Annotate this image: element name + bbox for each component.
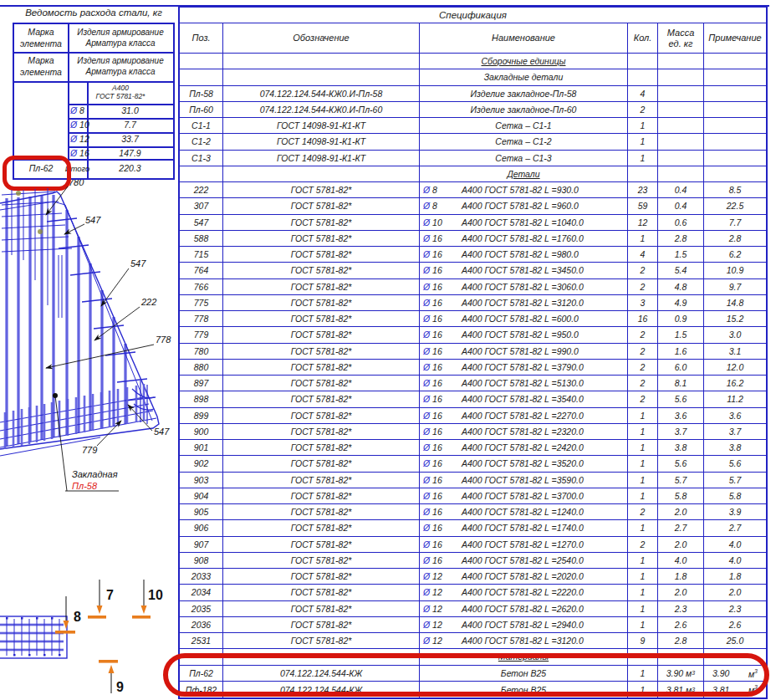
col-header-note: Примечание [704,23,766,53]
cell-note [704,54,766,69]
cell-name: Ø 16А400 ГОСТ 5781-82 L =3120.0 [420,295,628,310]
section-marker-9: 9 [99,660,124,694]
col-header-name: Наименование [420,23,628,53]
cell-note: 4.0 [704,537,766,552]
spec-item-row: 901ГОСТ 5781-82*Ø 16А400 ГОСТ 5781-82 L … [180,440,766,456]
cell-qty: 2 [628,327,658,342]
mesh-plan [0,616,67,658]
cell-pos [180,166,223,181]
cell-note: 3.8 [704,440,766,455]
cell-pos: 715 [180,247,223,262]
cell-name: Ø 12А400 ГОСТ 5781-82 L =3120.0 [420,633,628,648]
cell-pos: 905 [180,504,223,519]
section-marker-10: 10 [132,580,163,619]
diameter-icon: Ø [423,217,430,227]
spec-item-row: 779ГОСТ 5781-82*Ø 16А400 ГОСТ 5781-82 L … [180,327,766,343]
cell-mass: 2.3 [658,601,704,616]
cell-name: Ø 16А400 ГОСТ 5781-82 L =3520.0 [420,456,628,471]
cell-note: 5.7 [704,473,766,488]
cell-designation: ГОСТ 5781-82* [223,295,420,310]
diameter-icon: Ø [423,394,430,404]
cell-mass: 0.4 [658,198,704,213]
cell-qty: 2 [628,279,658,294]
spec-title: Спецификация [180,8,766,23]
spec-item-row: 899ГОСТ 5781-82*Ø 16А400 ГОСТ 5781-82 L … [180,408,766,424]
diameter-icon: Ø [423,411,430,421]
cell-note [704,69,766,84]
cell-qty: 2 [628,344,658,359]
cell-note: 16.2 [704,376,766,391]
cell-qty: 1 [628,151,658,166]
cell-qty: 16 [628,311,658,326]
cell-designation: ГОСТ 5781-82* [223,520,420,535]
diameter-icon: Ø [423,298,430,308]
cell-pos: 899 [180,408,223,423]
cell-mass: 4.0 [658,553,704,568]
cell-name: Ø 16А400 ГОСТ 5781-82 L =3540.0 [420,391,628,406]
cell-pos: 908 [180,553,223,568]
cell-designation [223,54,420,69]
cell-pos: 547 [180,215,223,230]
cell-note [704,134,766,149]
cell-mass: 3.8 [658,440,704,455]
cell-name: Ø 16А400 ГОСТ 5781-82 L =2270.0 [420,408,628,423]
cell-note: 25.0 [704,633,766,648]
cell-mass: 2.0 [658,537,704,552]
cell-note [704,86,766,101]
spec-item-row: 880ГОСТ 5781-82*Ø 16А400 ГОСТ 5781-82 L … [180,360,766,376]
cell-pos: 2035 [180,601,223,616]
spec-item-row: 902ГОСТ 5781-82*Ø 16А400 ГОСТ 5781-82 L … [180,456,766,472]
cell-designation: ГОСТ 5781-82* [223,215,420,230]
spec-item-row: 903ГОСТ 5781-82*Ø 16А400 ГОСТ 5781-82 L … [180,473,766,488]
drawing-sheet: Ведомость расхода стали, кг Маркаэлемент… [0,0,781,700]
cell-name: Сборочные единицы [420,54,628,69]
cell-designation: ГОСТ 5781-82* [223,488,420,503]
spec-section-row: Сборочные единицы [180,54,766,69]
cell-name: Сетка – С1-1 [420,118,628,133]
cell-pos: 903 [180,473,223,488]
cell-qty: 1 [628,456,658,471]
cell-designation: ГОСТ 14098-91-К1-КТ [223,134,420,149]
cell-mass [658,69,704,84]
cell-pos: 907 [180,537,223,552]
cell-pos: 764 [180,263,223,278]
cell-mass: 5.6 [658,391,704,406]
cell-pos: С1-1 [180,118,223,133]
cell-designation: ГОСТ 5781-82* [223,537,420,552]
cell-designation: ГОСТ 5781-82* [223,311,420,326]
diameter-icon: Ø [423,604,430,614]
cell-qty: 1 [628,569,658,584]
cell-qty [628,69,658,84]
embed-plate-label: Закладная [72,469,118,479]
cell-note: 7.7 [704,215,766,230]
section-marker-7: 7 [88,580,114,619]
svg-text:7: 7 [106,588,114,602]
steel-total-value: 220.3 [87,159,173,178]
spec-item-row: 766ГОСТ 5781-82*Ø 16А400 ГОСТ 5781-82 L … [180,279,766,295]
cell-qty: 1 [628,553,658,568]
cell-pos: 902 [180,456,223,471]
spec-section-row: Детали [180,166,766,182]
cell-name: Ø 12А400 ГОСТ 5781-82 L =2220.0 [420,585,628,600]
cell-note: 9.7 [704,279,766,294]
cell-qty: 12 [628,215,658,230]
diameter-icon: Ø [423,587,430,597]
steel-mass-cell: 31.0 [87,104,173,118]
spec-item-row: 908ГОСТ 5781-82*Ø 16А400 ГОСТ 5781-82 L … [180,553,766,569]
spec-item-row: 897ГОСТ 5781-82*Ø 16А400 ГОСТ 5781-82 L … [180,376,766,391]
bar-label-547-b: 547 [130,258,146,268]
cell-mass: 1.8 [658,569,704,584]
cell-pos: 898 [180,391,223,406]
weld-mark [16,191,21,196]
cell-name: Ø 16А400 ГОСТ 5781-82 L =3450.0 [420,263,628,278]
cell-mass: 5.8 [658,488,704,503]
cell-pos: 897 [180,376,223,391]
cell-qty: 1 [628,408,658,423]
cell-mass: 2.8 [658,633,704,648]
steel-mass-cell: 33.7 [87,132,173,146]
cell-designation: ГОСТ 5781-82* [223,617,420,632]
steel-header-items-2: Изделия армированиеАрматура класса [68,52,173,81]
spec-item-row: С1-1ГОСТ 14098-91-К1-КТСетка – С1-11 [180,118,766,134]
diameter-icon: Ø [423,475,430,485]
spec-item-row: Пл-60074.122.124.544-КЖ0.И-Пл-60Изделие … [180,102,766,118]
